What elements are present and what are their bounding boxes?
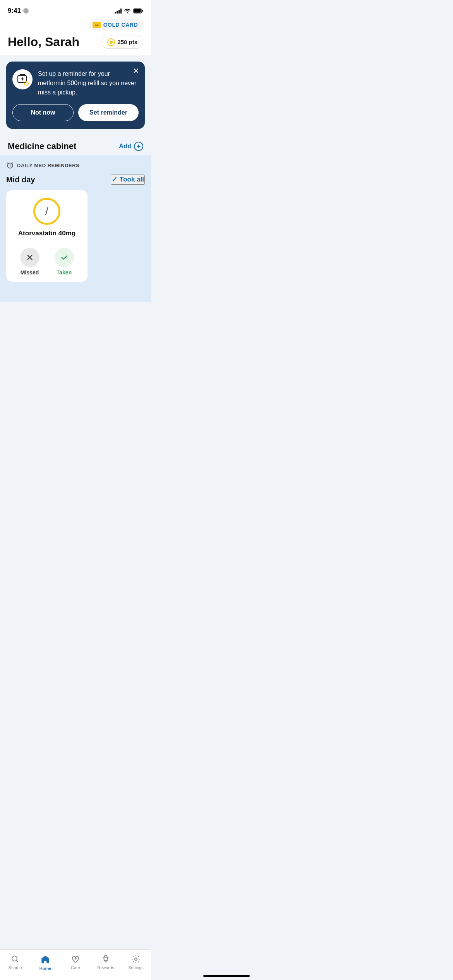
points-badge: 250 pts — [101, 36, 143, 49]
add-medicine-button[interactable]: Add + — [119, 142, 143, 151]
banner-section: ✕ Set up a reminder for your metformin 5… — [0, 55, 151, 135]
medicine-slash-icon: / — [45, 205, 48, 218]
banner-close-button[interactable]: ✕ — [133, 67, 139, 75]
gold-card-button[interactable]: GOLD CARD — [89, 19, 143, 30]
set-reminder-button[interactable]: Set reminder — [78, 104, 139, 121]
not-now-button[interactable]: Not now — [12, 104, 74, 121]
banner-buttons: Not now Set reminder — [12, 104, 139, 121]
greeting: Hello, Sarah — [8, 35, 79, 49]
taken-icon — [55, 248, 74, 267]
medicine-divider — [12, 242, 81, 242]
header-row: Hello, Sarah 250 pts — [8, 35, 143, 49]
reminder-banner: ✕ Set up a reminder for your metformin 5… — [6, 62, 145, 129]
header: GOLD CARD Hello, Sarah 250 pts — [0, 19, 151, 55]
banner-icon — [12, 69, 33, 89]
reminders-header: DAILY MED REMINDERS — [6, 161, 145, 169]
battery-icon — [133, 8, 143, 14]
alarm-icon — [6, 161, 14, 169]
reminders-label: DAILY MED REMINDERS — [17, 163, 79, 168]
points-value: 250 pts — [117, 39, 137, 45]
missed-label: Missed — [21, 269, 39, 276]
medicine-cabinet-header: Medicine cabinet Add + — [0, 135, 151, 155]
points-icon — [107, 38, 115, 46]
status-icons — [115, 8, 143, 14]
status-bar: 9:41 — [0, 0, 151, 19]
took-all-label: Took all — [120, 176, 144, 183]
banner-content: Set up a reminder for your metformin 500… — [12, 69, 139, 97]
svg-point-2 — [98, 24, 99, 25]
gold-card-label: GOLD CARD — [103, 22, 138, 28]
medicine-card: / Atorvastatin 40mg Missed Take — [6, 190, 88, 282]
status-time: 9:41 — [8, 7, 29, 15]
reminders-section: DAILY MED REMINDERS Mid day ✓ Took all /… — [0, 155, 151, 302]
add-circle-icon: + — [134, 142, 143, 151]
add-label: Add — [119, 142, 132, 150]
banner-message: Set up a reminder for your metformin 500… — [38, 69, 139, 97]
taken-label: Taken — [57, 269, 72, 276]
refill-icon — [15, 72, 29, 86]
time-display: 9:41 — [8, 7, 21, 15]
medicine-name: Atorvastatin 40mg — [12, 230, 81, 237]
medicine-circle-icon: / — [33, 198, 60, 225]
mid-day-row: Mid day ✓ Took all — [6, 175, 145, 185]
mid-day-label: Mid day — [6, 175, 35, 184]
missed-action[interactable]: Missed — [20, 248, 39, 276]
wifi-icon — [124, 8, 131, 14]
took-all-check-icon: ✓ — [112, 175, 117, 184]
medicine-actions: Missed Taken — [12, 248, 81, 276]
took-all-button[interactable]: ✓ Took all — [111, 175, 145, 185]
taken-action[interactable]: Taken — [55, 248, 74, 276]
svg-rect-1 — [134, 9, 141, 12]
signal-icon — [115, 8, 122, 14]
gold-card-icon — [93, 22, 101, 28]
status-dot — [23, 8, 29, 14]
medicine-cabinet-title: Medicine cabinet — [8, 141, 76, 151]
missed-icon — [20, 248, 39, 267]
medicine-icon-wrap: / — [12, 198, 81, 225]
